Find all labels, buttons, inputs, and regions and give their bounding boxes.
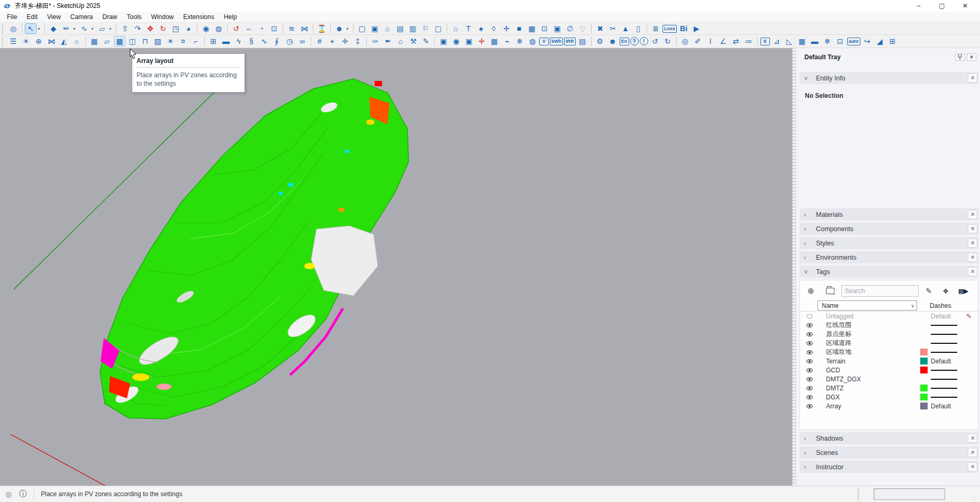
home-tool-icon[interactable]: ⌂ bbox=[450, 23, 461, 34]
section-environments[interactable]: › Environments ✕ bbox=[800, 251, 978, 263]
select-tool-dropdown-icon[interactable]: ▾ bbox=[36, 23, 42, 34]
tray-splitter[interactable] bbox=[792, 48, 797, 486]
toolbar-grip[interactable] bbox=[2, 24, 5, 33]
tray-pin-button[interactable] bbox=[955, 53, 965, 61]
select-tool-icon[interactable]: ↖ bbox=[25, 23, 37, 34]
terrain-model[interactable] bbox=[100, 79, 409, 419]
tag-row[interactable]: DMTZ_DGX bbox=[800, 375, 978, 384]
help-circle-tool-icon[interactable]: ? bbox=[630, 37, 639, 45]
tag-color-swatch[interactable] bbox=[920, 403, 928, 409]
percent-grid-tool-icon[interactable]: ▨ bbox=[152, 36, 164, 47]
menu-item-view[interactable]: View bbox=[42, 12, 66, 22]
section-styles[interactable]: › Styles ✕ bbox=[800, 237, 978, 249]
tag-row[interactable]: 红线范围 bbox=[800, 321, 978, 330]
tag-dash-style[interactable]: Default bbox=[931, 358, 964, 365]
tape-measure-tool-icon[interactable]: ◉ bbox=[200, 23, 212, 34]
name-column-dropdown[interactable]: Name ∨ bbox=[818, 300, 917, 311]
tag-row[interactable]: DGX bbox=[800, 393, 978, 401]
pan-tool-icon[interactable]: ⇔ bbox=[243, 23, 255, 34]
string-tool-icon[interactable]: § bbox=[246, 36, 257, 47]
close-icon[interactable]: ✕ bbox=[968, 210, 977, 219]
pv-panel-slant-tool-icon[interactable]: ▱ bbox=[101, 36, 113, 47]
gears-tool-icon[interactable]: ⚙ bbox=[594, 36, 606, 47]
tag-visibility-toggle[interactable] bbox=[805, 314, 814, 318]
ramp-tool-icon[interactable]: ◢ bbox=[874, 36, 886, 47]
close-icon[interactable]: ✕ bbox=[968, 462, 977, 471]
magnifier-tool-icon[interactable]: ◎ bbox=[679, 36, 691, 47]
toolbar-grip[interactable] bbox=[2, 36, 5, 46]
frame-tool-icon[interactable]: ▢ bbox=[432, 23, 444, 34]
protractor-tool-icon[interactable]: ◍ bbox=[213, 23, 224, 34]
menu-item-help[interactable]: Help bbox=[219, 12, 242, 22]
zoom-tool-icon[interactable]: ◔ bbox=[256, 23, 267, 34]
tag-visibility-toggle[interactable] bbox=[805, 386, 814, 390]
tag-visibility-toggle[interactable] bbox=[805, 359, 814, 363]
offset-tool-icon[interactable]: ◕ bbox=[183, 23, 194, 34]
menu-item-tools[interactable]: Tools bbox=[122, 12, 147, 22]
run-play-tool-icon[interactable]: ▶ bbox=[691, 23, 702, 34]
tag-visibility-toggle[interactable] bbox=[805, 341, 814, 345]
sun-angle-tool-icon[interactable]: ☀ bbox=[165, 36, 176, 47]
grid-final-tool-icon[interactable]: ⊞ bbox=[887, 36, 899, 47]
panel-box-tool-icon[interactable]: ▬ bbox=[220, 36, 232, 47]
tag-color-swatch[interactable] bbox=[920, 358, 928, 364]
measurements-input[interactable] bbox=[874, 488, 945, 500]
menu-item-camera[interactable]: Camera bbox=[66, 12, 98, 22]
close-icon[interactable]: ✕ bbox=[968, 224, 977, 233]
globe-gear-tool-icon[interactable]: ◍ bbox=[527, 36, 538, 47]
sun-path-tool-icon[interactable]: ¤ bbox=[177, 36, 189, 47]
section-shadows[interactable]: › Shadows ✕ bbox=[800, 432, 978, 444]
close-icon[interactable]: ✕ bbox=[968, 74, 977, 83]
grid-tool-icon[interactable]: ▦ bbox=[526, 23, 538, 34]
node-link-tool-icon[interactable]: ⋈ bbox=[46, 36, 57, 47]
menu-item-draw[interactable]: Draw bbox=[98, 12, 122, 22]
fit-screen-tool-icon[interactable]: ⊡ bbox=[834, 36, 846, 47]
clipboard-irr-tool-icon[interactable]: IRR bbox=[564, 38, 576, 45]
clipboard-v-tool-icon[interactable]: V bbox=[539, 38, 549, 45]
droplet-tool-icon[interactable]: ◊ bbox=[488, 23, 500, 34]
map-pin-tool-icon[interactable]: ◉ bbox=[450, 36, 462, 47]
eraser-tool-icon[interactable]: ◆ bbox=[48, 23, 59, 34]
globe-tool-icon[interactable]: ⊕ bbox=[33, 36, 44, 47]
mountain-tool-icon[interactable]: ◭ bbox=[58, 36, 70, 47]
section-materials[interactable]: › Materials ✕ bbox=[800, 208, 978, 221]
door-tool-icon[interactable]: ▤ bbox=[394, 23, 406, 34]
tag-row[interactable]: 区域坟地 bbox=[800, 348, 978, 357]
tag-visibility-toggle[interactable] bbox=[805, 404, 814, 408]
pin-tool-icon[interactable]: ✑ bbox=[369, 36, 381, 47]
shape-tool-icon[interactable]: ▱ bbox=[96, 23, 108, 34]
building-tool-icon[interactable]: ⌂ bbox=[395, 36, 406, 47]
text-tool-icon[interactable]: T bbox=[462, 23, 474, 34]
roof-tool-icon[interactable]: ◺ bbox=[784, 36, 795, 47]
clipboard-kwh-tool-icon[interactable]: kWh bbox=[550, 38, 563, 45]
tag-dash-style[interactable]: Default bbox=[931, 403, 964, 410]
hammer-tool-icon[interactable]: ⚒ bbox=[407, 36, 419, 47]
axes-tool-icon[interactable]: ✛ bbox=[501, 23, 512, 34]
pv-panel-move-tool-icon[interactable]: ◫ bbox=[126, 36, 138, 47]
hook-tool-icon[interactable]: ↪ bbox=[861, 36, 873, 47]
close-icon[interactable]: ✕ bbox=[968, 267, 977, 276]
table-grid-tool-icon[interactable]: ▦ bbox=[488, 36, 500, 47]
walkthrough-person-tool-icon[interactable]: ☻ bbox=[333, 23, 345, 34]
section-scenes[interactable]: › Scenes ✕ bbox=[800, 446, 978, 459]
tag-dash-style[interactable] bbox=[931, 370, 964, 371]
loss-tool-icon[interactable]: Loss bbox=[663, 25, 677, 33]
people-tool-icon[interactable]: ☻ bbox=[607, 36, 619, 47]
truck-tool-icon[interactable]: ▣ bbox=[463, 36, 475, 47]
org-chart-tool-icon[interactable]: ▣ bbox=[438, 36, 449, 47]
inverter-grid-tool-icon[interactable]: ⊞ bbox=[207, 36, 219, 47]
link-tool-icon[interactable]: ∞ bbox=[296, 36, 308, 47]
array-layout-tool-icon[interactable]: ▩ bbox=[114, 36, 125, 47]
clipboard-tool-icon[interactable]: ▤ bbox=[577, 36, 588, 47]
add-tag-button[interactable]: ⊕ bbox=[807, 286, 814, 296]
terrain-mountain-tool-icon[interactable]: ▲ bbox=[620, 23, 631, 34]
tag-row[interactable]: Terrain Default bbox=[800, 357, 978, 366]
zoom-extents-tool-icon[interactable]: ⊡ bbox=[268, 23, 280, 34]
history-tool-icon[interactable]: ↺ bbox=[649, 36, 661, 47]
resize-grip[interactable]: ⋰ bbox=[973, 495, 978, 500]
tag-row[interactable]: 区域道路 bbox=[800, 339, 978, 348]
cabinet-tool-icon[interactable]: ▥ bbox=[407, 23, 419, 34]
close-icon[interactable]: ✕ bbox=[968, 448, 977, 457]
move-tool-icon[interactable]: ✥ bbox=[144, 23, 156, 34]
pv-grid-tool-icon[interactable]: ▦ bbox=[88, 36, 100, 47]
